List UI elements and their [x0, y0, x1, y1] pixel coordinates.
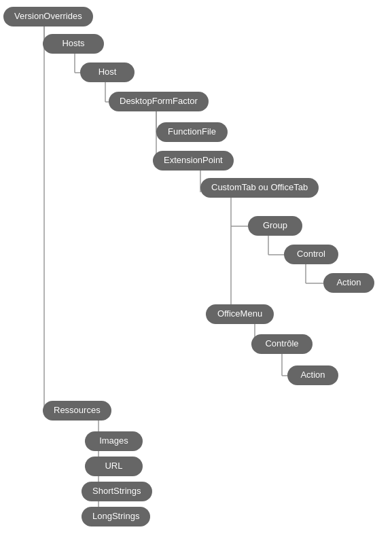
node-hosts: Hosts: [43, 34, 104, 54]
node-host: Host: [80, 62, 135, 82]
node-extensionpoint: ExtensionPoint: [153, 151, 234, 171]
node-ressources: Ressources: [43, 401, 111, 421]
diagram: VersionOverrides Hosts Host DesktopFormF…: [0, 0, 392, 536]
node-shortstrings: ShortStrings: [82, 482, 152, 501]
node-action1: Action: [323, 273, 374, 293]
node-action2: Action: [287, 365, 338, 385]
node-versionoverrides: VersionOverrides: [3, 7, 93, 26]
node-customtab: CustomTab ou OfficeTab: [200, 178, 319, 198]
node-functionfile: FunctionFile: [156, 122, 228, 142]
node-control: Control: [284, 245, 338, 264]
connector-lines: [0, 0, 392, 536]
node-longstrings: LongStrings: [82, 507, 150, 526]
node-images: Images: [85, 431, 143, 451]
node-officemenu: OfficeMenu: [206, 304, 274, 324]
node-url: URL: [85, 457, 143, 476]
node-group: Group: [248, 216, 302, 236]
node-desktopformfactor: DesktopFormFactor: [109, 92, 209, 111]
node-controle: Contrôle: [251, 334, 313, 354]
